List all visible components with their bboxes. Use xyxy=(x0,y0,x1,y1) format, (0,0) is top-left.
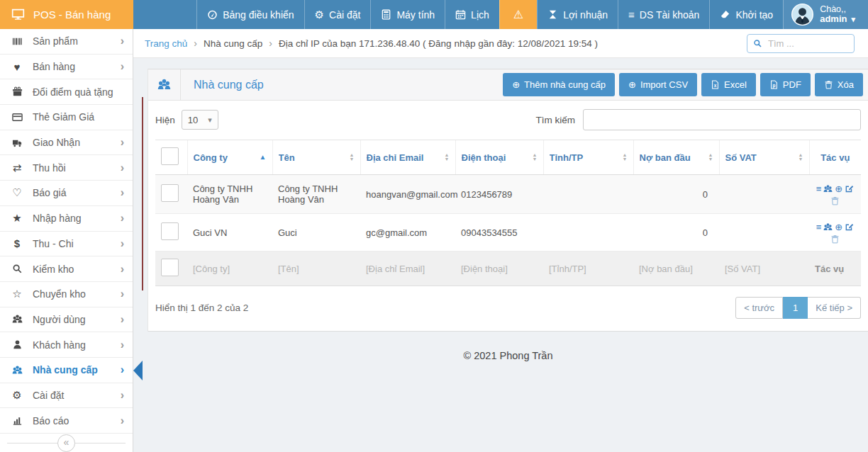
column-header-email[interactable]: Địa chỉ Email▲▼ xyxy=(360,140,455,175)
nav-item-calculator[interactable]: Máy tính xyxy=(370,0,445,29)
sidebar-item-products[interactable]: Sản phẩm › xyxy=(0,29,133,55)
breadcrumb-separator-icon: › xyxy=(269,38,272,49)
table-row: Công ty TNHH Hoàng Vân Công ty TNHH Hoàn… xyxy=(155,175,861,214)
sidebar-item-customers[interactable]: Khách hàng › xyxy=(0,332,133,358)
users-icon xyxy=(10,314,24,324)
export-pdf-button[interactable]: PDF xyxy=(760,73,811,96)
sidebar-item-stock-transfer[interactable]: ☆ Chuyển kho › xyxy=(0,282,133,307)
filter-name[interactable]: [Tên] xyxy=(272,252,360,286)
sidebar-item-discount-card[interactable]: Thẻ Giảm Giá xyxy=(0,105,133,130)
select-all-checkbox[interactable] xyxy=(161,147,179,165)
user-greeting: Chào,, xyxy=(820,4,855,14)
footer-checkbox[interactable] xyxy=(161,259,179,276)
filter-phone[interactable]: [Điện thoại] xyxy=(455,252,543,286)
sidebar-item-label: Kiểm kho xyxy=(33,264,74,275)
edit-icon[interactable] xyxy=(845,222,854,232)
delete-button[interactable]: Xóa xyxy=(815,73,863,96)
table-filter-row: [Công ty] [Tên] [Địa chỉ Email] [Điện th… xyxy=(155,252,861,286)
column-header-debt[interactable]: Nợ ban đầu▲▼ xyxy=(633,140,719,175)
sort-asc-icon: ▲ xyxy=(260,154,267,161)
sidebar-item-delivery[interactable]: Giao Nhận › xyxy=(0,130,133,156)
nav-item-profit[interactable]: Lợi nhuận xyxy=(537,0,618,29)
nav-item-accounts[interactable]: ≡ DS Tài khoản xyxy=(618,0,709,29)
cell-actions: ≡ ⊕ xyxy=(809,175,861,214)
sidebar-item-label: Thẻ Giảm Giá xyxy=(33,111,94,123)
filter-company[interactable]: [Công ty] xyxy=(187,252,272,286)
sidebar-item-users[interactable]: Người dùng › xyxy=(0,307,133,333)
details-list-icon[interactable]: ≡ xyxy=(816,183,822,194)
column-header-city[interactable]: Tỉnh/TP▲▼ xyxy=(543,140,633,175)
edit-icon[interactable] xyxy=(845,184,854,193)
add-circle-icon[interactable]: ⊕ xyxy=(835,183,842,194)
sidebar-item-purchases[interactable]: ★ Nhập hàng › xyxy=(0,206,133,232)
filter-debt[interactable]: [Nợ ban đầu] xyxy=(633,252,719,286)
magnifier-icon xyxy=(10,264,24,274)
sidebar-item-settings[interactable]: ⚙ Cài đặt › xyxy=(0,383,133,409)
column-header-company[interactable]: Công ty▲ xyxy=(187,140,272,175)
user-menu[interactable]: Chào,, admin ▾ xyxy=(783,0,868,29)
app-brand[interactable]: POS - Bán hàng xyxy=(0,0,133,29)
nav-item-settings[interactable]: ⚙ Cài đặt xyxy=(304,0,371,29)
users-icon[interactable] xyxy=(823,184,833,193)
pagination-next-button[interactable]: Kế tiếp > xyxy=(808,297,861,319)
credit-card-icon xyxy=(10,112,24,123)
sidebar-collapse-area: « xyxy=(0,434,133,452)
row-checkbox[interactable] xyxy=(161,222,179,240)
export-excel-button[interactable]: Excel xyxy=(701,73,756,96)
column-header-name[interactable]: Tên▲▼ xyxy=(272,140,360,175)
add-circle-icon[interactable]: ⊕ xyxy=(835,222,842,232)
sidebar-item-suppliers[interactable]: Nhà cung cấp › xyxy=(0,358,133,383)
quick-search-input[interactable] xyxy=(767,38,848,50)
sidebar-item-reward-points[interactable]: Đổi điểm quà tặng xyxy=(0,79,133,105)
column-header-vat[interactable]: Số VAT▲▼ xyxy=(719,140,809,175)
chevron-right-icon: › xyxy=(121,363,124,376)
sidebar-item-returns[interactable]: ⇄ Thu hồi › xyxy=(0,155,133,181)
monitor-icon xyxy=(11,9,26,21)
sidebar-item-quotes[interactable]: ♡ Báo giá › xyxy=(0,181,133,206)
filter-email[interactable]: [Địa chỉ Email] xyxy=(360,252,455,286)
chevron-right-icon: › xyxy=(121,237,124,250)
nav-item-init[interactable]: Khởi tạo xyxy=(709,0,783,29)
chevron-right-icon: › xyxy=(121,313,124,326)
cell-city xyxy=(543,214,633,252)
sidebar-item-income-expense[interactable]: $ Thu - Chi › xyxy=(0,232,133,257)
page-size-select[interactable]: 10 ▾ xyxy=(182,110,218,130)
breadcrumb-home-link[interactable]: Trang chủ xyxy=(145,38,187,49)
sidebar-item-stock-check[interactable]: Kiểm kho › xyxy=(0,256,133,282)
filter-vat[interactable]: [Số VAT] xyxy=(719,252,809,286)
nav-item-alerts[interactable]: ⚠ xyxy=(499,0,537,29)
nav-item-label: DS Tài khoản xyxy=(640,9,700,21)
sidebar-item-label: Nhập hàng xyxy=(33,213,82,224)
table-search-input[interactable] xyxy=(583,109,861,130)
add-supplier-label: Thêm nhà cung cấp xyxy=(524,79,606,90)
users-icon[interactable] xyxy=(823,222,833,232)
column-header-phone[interactable]: Điện thoại▲▼ xyxy=(455,140,543,175)
trash-icon[interactable] xyxy=(812,235,858,244)
breadcrumb-section: Nhà cung cấp xyxy=(204,38,262,49)
sort-icon: ▲▼ xyxy=(350,153,355,162)
nav-item-dashboard[interactable]: Bảng điều khiển xyxy=(196,0,304,29)
collapse-sidebar-button[interactable]: « xyxy=(57,434,75,452)
nav-item-calendar[interactable]: Lịch xyxy=(445,0,499,29)
gear-icon: ⚙ xyxy=(10,389,24,402)
trash-icon[interactable] xyxy=(812,196,858,205)
sidebar-item-label: Cài đặt xyxy=(33,390,64,401)
caret-down-icon: ▾ xyxy=(851,15,855,24)
pagination-prev-button[interactable]: < trước xyxy=(735,297,783,319)
export-pdf-label: PDF xyxy=(783,79,801,90)
details-list-icon[interactable]: ≡ xyxy=(816,222,822,232)
row-checkbox[interactable] xyxy=(161,184,179,202)
pagination-current-page[interactable]: 1 xyxy=(783,297,808,319)
sort-icon: ▲▼ xyxy=(708,153,713,162)
sidebar-item-sales[interactable]: ♥ Bán hàng › xyxy=(0,55,133,80)
nav-item-label: Khởi tạo xyxy=(735,9,773,21)
sidebar-item-reports[interactable]: Báo cáo › xyxy=(0,408,133,434)
person-icon xyxy=(10,339,24,350)
filter-city[interactable]: [Tỉnh/TP] xyxy=(543,252,633,286)
plus-circle-icon: ⊕ xyxy=(628,79,636,90)
add-supplier-button[interactable]: ⊕ Thêm nhà cung cấp xyxy=(503,73,615,96)
import-csv-button[interactable]: ⊕ Import CSV xyxy=(619,73,697,96)
caret-down-icon: ▾ xyxy=(208,115,212,125)
cell-phone: 0123456789 xyxy=(455,175,543,214)
sidebar: Sản phẩm › ♥ Bán hàng › Đổi điểm quà tặn… xyxy=(0,29,133,452)
